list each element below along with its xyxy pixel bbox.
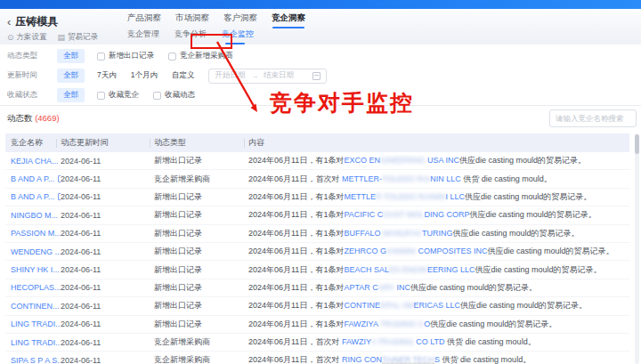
scrollbar-track[interactable] (635, 133, 639, 364)
plan-settings-button[interactable]: ⊙ 方案设置 (7, 32, 47, 43)
filter-label: 更新时间 (7, 70, 57, 81)
table-body: KEJIA CHA... 2024-06-11 新增出口记录 2024年06月1… (5, 152, 629, 364)
content-company-link[interactable]: NIN LLC (430, 174, 461, 183)
update-time-cell: 2024-06-11 (61, 356, 154, 364)
option-7-days[interactable]: 7天内 (97, 70, 117, 81)
tab-customer-insight[interactable]: 客户洞察 (223, 12, 257, 28)
content-company-link[interactable]: INC (396, 283, 410, 292)
checkbox-favorite-competitor[interactable]: 收藏竞企 (97, 90, 139, 101)
content-company-link[interactable]: FAWZIY (342, 337, 371, 346)
filter-all-pill[interactable]: 全部 (57, 88, 85, 102)
checkbox-label: 新增出口记录 (109, 51, 154, 61)
content-company-link[interactable]: APTAR C (344, 283, 377, 292)
company-name-cell: B AND A P... (5, 174, 61, 183)
checkbox-new-export-record[interactable]: 新增出口记录 (97, 51, 154, 61)
dynamic-type-cell: 新增出口记录 (154, 264, 248, 276)
content-company-link[interactable]: RING CON (342, 355, 382, 364)
company-name-link[interactable]: SIPA S P A S... (11, 356, 61, 364)
content-company-redacted: GINEERING (380, 156, 427, 165)
company-name-link[interactable]: KEJIA CHA... (11, 157, 59, 166)
content-company-link[interactable]: CO LTD (416, 337, 444, 346)
settings-icon: ⊙ (7, 34, 14, 42)
content-company-link[interactable]: METTLER- (342, 174, 382, 183)
checkbox-icon[interactable] (168, 53, 176, 61)
subtab-competitor-management[interactable]: 竞企管理 (127, 28, 159, 44)
calendar-icon[interactable] (312, 72, 320, 80)
company-name-link[interactable]: LING TRADI... (11, 320, 61, 328)
company-name-link[interactable]: B AND A P... (11, 174, 54, 183)
filter-all-pill[interactable]: 全部 (57, 69, 85, 83)
start-date-placeholder[interactable]: 开始日期 (215, 70, 245, 81)
company-name-link[interactable]: B AND A P... (11, 192, 54, 201)
column-header-company[interactable]: 竞企名称 (5, 137, 61, 149)
content-company-link[interactable]: TURING (422, 229, 453, 238)
company-name-link[interactable]: HECOPLAS... (11, 283, 61, 292)
company-name-link[interactable]: SHINY HK I... (11, 265, 60, 274)
update-time-cell: 2024-06-11 (61, 283, 154, 292)
company-name-link[interactable]: NINGBO M... (11, 211, 58, 220)
update-time-cell: 2024-06-11 (61, 229, 154, 238)
tab-competitor-insight[interactable]: 竞企洞察 (272, 12, 305, 28)
column-header-content: 内容 (248, 137, 629, 149)
content-company-redacted: TRADING C (377, 320, 424, 328)
company-name-cell: NINGBO M... (5, 211, 61, 220)
copy-icon[interactable] (58, 193, 61, 200)
option-custom[interactable]: 自定义 (172, 70, 195, 81)
update-time-cell: 2024-06-11 (61, 320, 154, 328)
checkbox-new-buyer[interactable]: 竞企新增采购商 (168, 51, 233, 61)
content-cell: 2024年06月11日，首次对 FAWZIYA TRADING CO LTD 供… (248, 336, 629, 348)
content-prefix: 2024年06月11日，有1条对 (248, 192, 344, 201)
date-range-picker[interactable]: 开始日期 → 结束日期 (208, 69, 327, 84)
file-icon: ▤ (58, 34, 66, 42)
content-suffix: 供货 die casting mould。 (461, 174, 552, 183)
content-company-redacted: R TOLEDO RAININ (376, 192, 446, 201)
dynamic-type-cell: 新增出口记录 (154, 155, 248, 166)
dynamic-count-label: 动态数 (7, 113, 33, 123)
content-company-link[interactable]: FAWZIYA (344, 320, 377, 328)
content-company-link[interactable]: BEACH SAL (344, 265, 389, 274)
column-header-dynamic-type[interactable]: 动态类型 (154, 137, 248, 149)
filter-all-pill[interactable]: 全部 (57, 49, 85, 63)
content-company-link[interactable]: EERING LLC (427, 265, 475, 274)
company-name-link[interactable]: WENDENG ... (11, 247, 61, 256)
header-actions: ⊙ 方案设置 ▤ 贸易记录 (7, 32, 98, 43)
tab-market-insight[interactable]: 市场洞察 (175, 12, 209, 28)
dynamic-type-cell: 新增出口记录 (154, 319, 248, 330)
checkbox-icon[interactable] (153, 92, 161, 100)
checkbox-icon[interactable] (97, 92, 105, 100)
dynamic-type-cell: 新增出口记录 (154, 282, 248, 294)
company-name-link[interactable]: PASSION M... (11, 229, 61, 238)
table-row: CONTINEN... 2024-06-11 新增出口记录 2024年06月11… (5, 297, 629, 315)
content-company-link[interactable]: I LLC (446, 192, 466, 201)
column-header-update-time[interactable]: 动态更新时间 (61, 137, 154, 149)
content-company-link[interactable]: ERICAS LLC (413, 301, 460, 310)
update-time-cell: 2024-06-11 (61, 157, 154, 166)
content-company-link[interactable]: BUFFALO (344, 229, 380, 238)
checkbox-icon[interactable] (97, 53, 105, 61)
scrollbar-thumb[interactable] (635, 134, 639, 154)
range-arrow-icon: → (250, 71, 258, 80)
trade-records-button[interactable]: ▤ 贸易记录 (58, 32, 99, 43)
company-name-link[interactable]: CONTINEN... (11, 302, 60, 311)
tab-product-insight[interactable]: 产品洞察 (127, 12, 161, 28)
content-company-link[interactable]: PACIFIC C (344, 210, 383, 219)
content-company-link[interactable]: COMPOSITES INC (418, 247, 487, 255)
company-name-link[interactable]: LING TRADI... (11, 338, 61, 347)
end-date-placeholder[interactable]: 结束日期 (264, 70, 294, 81)
search-input[interactable] (549, 109, 637, 127)
content-company-link[interactable]: DING CORP (425, 210, 470, 219)
update-time-cell: 2024-06-11 (61, 247, 154, 256)
content-company-link[interactable]: EXCO EN (344, 156, 380, 165)
content-company-link[interactable]: ZEHRCO G (344, 247, 386, 255)
update-time-cell: 2024-06-11 (61, 211, 154, 220)
option-1-month[interactable]: 1个月内 (131, 70, 158, 81)
content-company-link[interactable]: METTLE (344, 192, 376, 201)
content-cell: 2024年06月11日，有1条对FAWZIYA TRADING CO供应die … (248, 319, 629, 330)
content-company-link[interactable]: CONTINE (344, 301, 380, 310)
content-cell: 2024年06月11日，有1条对ZEHRCO GIANNINI COMPOSIT… (248, 246, 629, 257)
content-company-link[interactable]: USA INC (427, 156, 459, 165)
content-cell: 2024年06月11日，有1条对PACIFIC COAST MOLDING CO… (248, 209, 629, 221)
checkbox-favorite-dynamic[interactable]: 收藏动态 (153, 90, 195, 101)
copy-icon[interactable] (58, 175, 61, 182)
back-chevron-icon[interactable]: ‹ (7, 16, 11, 28)
